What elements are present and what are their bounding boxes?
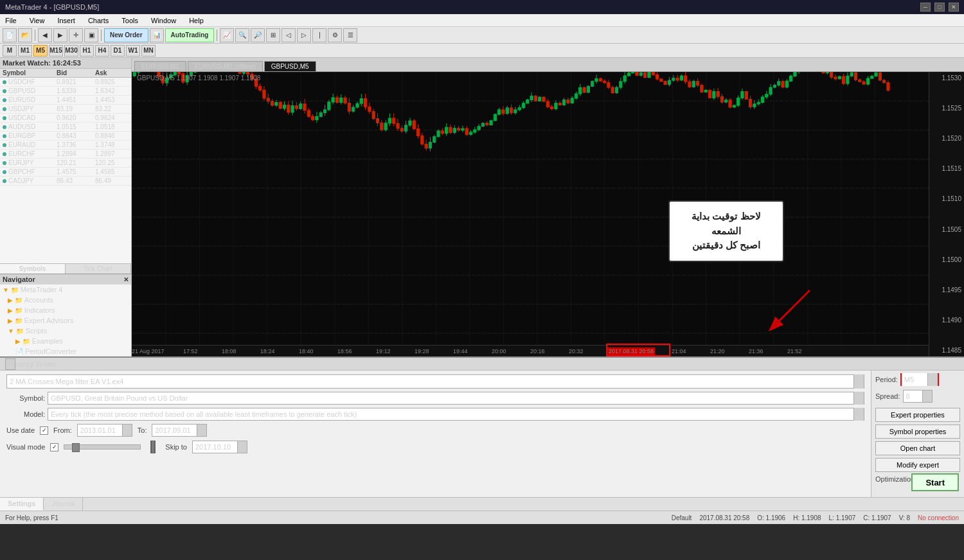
navigator-close-button[interactable]: ✕: [123, 276, 129, 283]
visual-mode-slider-track[interactable]: [64, 444, 141, 450]
open-chart-button[interactable]: Open chart: [875, 441, 960, 455]
svg-rect-300: [717, 92, 719, 97]
tf-h1-button[interactable]: H1: [80, 45, 94, 57]
menu-insert[interactable]: Insert: [55, 17, 78, 24]
svg-rect-152: [416, 129, 419, 136]
market-row[interactable]: USDCAD 0.9620 0.9624: [0, 114, 131, 123]
nav-folder-row[interactable]: ▶ 📁 Accounts: [0, 295, 131, 304]
use-date-checkbox[interactable]: [40, 426, 48, 435]
chart-wizard-button[interactable]: 📊: [150, 28, 164, 42]
market-row[interactable]: USDJPY 83.19 83.22: [0, 105, 131, 114]
tester-form: 2 MA Crosses Mega filter EA V1.ex4 ▼ Sym…: [0, 371, 871, 511]
tf-mn-button[interactable]: MN: [141, 45, 156, 57]
grid-button[interactable]: ⊞: [266, 28, 280, 42]
market-row[interactable]: GBPUSD 1.6339 1.6342: [0, 87, 131, 96]
market-row[interactable]: EURUSD 1.4451 1.4453: [0, 96, 131, 105]
minimize-button[interactable]: ─: [920, 3, 931, 12]
close-button[interactable]: ✕: [949, 3, 959, 12]
new-order-button[interactable]: New Order: [104, 28, 148, 42]
svg-rect-226: [567, 100, 569, 103]
status-bar: For Help, press F1 Default 2017.08.31 20…: [0, 511, 964, 524]
modify-expert-button[interactable]: Modify expert: [875, 458, 960, 472]
profiles-button[interactable]: ☰: [343, 28, 357, 42]
skip-to-field[interactable]: 2017.10.10: [192, 441, 237, 453]
expert-properties-button[interactable]: Expert properties: [875, 408, 960, 422]
scroll-right-button[interactable]: ▷: [297, 28, 311, 42]
tf-m-button[interactable]: M: [3, 45, 17, 57]
nav-folder-row[interactable]: ▼ 📁 MetaTrader 4: [0, 285, 131, 294]
chart-tab-eurusdm2[interactable]: EURUSD,M2 (offline): [188, 61, 263, 71]
nav-item-row[interactable]: 📄 PeriodConverter: [0, 347, 131, 356]
menu-window[interactable]: Window: [148, 17, 179, 24]
template-button[interactable]: ⚙: [328, 28, 342, 42]
from-date-field[interactable]: 2013.01.01: [77, 424, 122, 437]
visual-mode-checkbox[interactable]: [50, 443, 58, 451]
tester-collapse-button[interactable]: ▲: [5, 358, 15, 370]
market-row[interactable]: USDCHF 0.8921 0.8925: [0, 78, 131, 87]
period-sep-button[interactable]: |: [312, 28, 326, 42]
folder-icon: ▶ 📁: [8, 297, 22, 304]
autotrading-button[interactable]: AutoTrading: [165, 28, 215, 42]
crosshair-button[interactable]: ✛: [69, 28, 83, 42]
market-row[interactable]: GBPCHF 1.4575 1.4585: [0, 168, 131, 177]
from-date-dropdown[interactable]: ▼: [122, 424, 132, 437]
nav-folder-row[interactable]: ▶ 📁 Indicators: [0, 306, 131, 315]
zoom-in-button[interactable]: ▣: [84, 28, 98, 42]
tf-m30-button[interactable]: M30: [64, 45, 78, 57]
tab-settings[interactable]: Settings: [0, 498, 44, 511]
menu-tools[interactable]: Tools: [119, 17, 141, 24]
indicators-button[interactable]: 📈: [220, 28, 234, 42]
market-row[interactable]: EURGBP 0.8843 0.8846: [0, 132, 131, 141]
spread-dropdown[interactable]: ▼: [922, 390, 933, 403]
back-button[interactable]: ◀: [38, 28, 52, 42]
menu-view[interactable]: View: [27, 17, 48, 24]
spread-value[interactable]: 8: [903, 390, 922, 403]
market-row[interactable]: EURAUD 1.3736 1.3748: [0, 141, 131, 150]
to-date-field[interactable]: 2017.09.01: [152, 424, 197, 437]
zoom-out-button[interactable]: 🔍: [235, 28, 249, 42]
skip-to-dropdown[interactable]: ▼: [237, 441, 247, 453]
symbol-dropdown[interactable]: ▼: [853, 392, 864, 405]
market-row[interactable]: EURJPY 120.21 120.25: [0, 159, 131, 168]
tf-m1-button[interactable]: M1: [18, 45, 32, 57]
tab-tick-chart[interactable]: Tick Chart: [66, 264, 131, 274]
open-button[interactable]: 📂: [18, 28, 32, 42]
nav-folder-row[interactable]: ▶ 📁 Examples: [0, 337, 131, 346]
forward-button[interactable]: ▶: [53, 28, 67, 42]
new-button[interactable]: 📄: [3, 28, 17, 42]
period-value[interactable]: M5: [902, 373, 927, 386]
maximize-button[interactable]: □: [934, 3, 945, 12]
menu-file[interactable]: File: [3, 17, 19, 24]
tab-journal[interactable]: Journal: [44, 498, 83, 511]
zoom-in2-button[interactable]: 🔎: [251, 28, 265, 42]
menu-charts[interactable]: Charts: [85, 17, 111, 24]
to-date-dropdown[interactable]: ▼: [197, 424, 207, 437]
symbol-properties-button[interactable]: Symbol properties: [875, 424, 960, 439]
model-dropdown[interactable]: ▼: [853, 408, 864, 421]
tf-m15-button[interactable]: M15: [49, 45, 63, 57]
visual-mode-slider-thumb[interactable]: [72, 443, 80, 452]
svg-rect-364: [846, 76, 849, 83]
menu-help[interactable]: Help: [186, 17, 206, 24]
start-button[interactable]: Start: [911, 473, 959, 491]
chart-tab-eurusdm1[interactable]: EURUSD,M1: [134, 61, 186, 71]
chart-tab-gbpusdm5[interactable]: GBPUSD,M5: [264, 61, 316, 71]
market-row[interactable]: AUDUSD 1.0515 1.0518: [0, 123, 131, 132]
nav-folder-row[interactable]: ▶ 📁 Expert Advisors: [0, 316, 131, 325]
tf-h4-button[interactable]: H4: [95, 45, 109, 57]
nav-item: ▶ 📁 Examples: [0, 336, 131, 346]
expert-advisor-dropdown[interactable]: ▼: [853, 374, 864, 389]
svg-rect-326: [769, 87, 772, 94]
nav-folder-row[interactable]: ▼ 📁 Scripts: [0, 326, 131, 335]
visual-mode-pause[interactable]: [146, 440, 160, 454]
navigator-header: Navigator ✕: [0, 274, 131, 284]
market-bid-cell: 0.8921: [54, 78, 93, 86]
market-row[interactable]: EURCHF 1.2894 1.2897: [0, 150, 131, 159]
tf-m5-button[interactable]: M5: [33, 45, 48, 57]
tf-w1-button[interactable]: W1: [126, 45, 140, 57]
tf-d1-button[interactable]: D1: [111, 45, 125, 57]
scroll-left-button[interactable]: ◁: [281, 28, 296, 42]
tab-symbols[interactable]: Symbols: [0, 264, 66, 274]
market-row[interactable]: CADJPY 86.43 86.49: [0, 177, 131, 186]
period-dropdown[interactable]: ▼: [927, 373, 938, 386]
